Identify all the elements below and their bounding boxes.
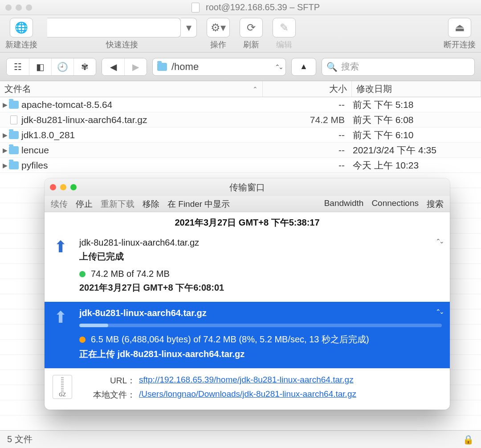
new-connection-button[interactable]: 🌐	[10, 18, 33, 37]
file-name: jdk1.8.0_281	[20, 130, 262, 140]
transfer-entry-done[interactable]: ⬆ jdk-8u281-linux-aarch64.tar.gz 上传已完成 7…	[45, 231, 450, 302]
transfer-status-line: 正在上传 jdk-8u281-linux-aarch64.tar.gz	[79, 348, 442, 360]
col-size[interactable]: 大小	[263, 81, 352, 97]
redownload-button[interactable]: 重新下载	[101, 198, 135, 210]
disclosure-triangle-icon[interactable]: ▶	[2, 147, 8, 154]
column-view-icon[interactable]: ◧	[29, 58, 51, 75]
refresh-label: 刷新	[243, 39, 259, 50]
file-size: --	[262, 160, 350, 171]
chevron-updown-icon[interactable]: ⌃⌄	[436, 238, 443, 245]
file-name: pyfiles	[20, 160, 262, 171]
status-dot-ok	[79, 271, 86, 277]
file-date: 今天 上午 10:23	[350, 159, 481, 172]
transfer-time: 2021年3月27日 GMT+8 下午6:08:01	[79, 282, 442, 294]
transfer-filename: jdk-8u281-linux-aarch64.tar.gz	[79, 238, 442, 248]
quick-connect-input[interactable]	[47, 18, 181, 37]
col-date[interactable]: 修改日期	[352, 81, 481, 97]
file-size: --	[262, 99, 350, 110]
folder-icon	[157, 63, 167, 71]
bonjour-icon[interactable]: ✾	[73, 58, 96, 75]
search-field[interactable]: 🔍 搜索	[322, 58, 475, 76]
upload-arrow-icon: ⬆	[52, 308, 69, 360]
transfer-entry-active[interactable]: ⬆ jdk-8u281-linux-aarch64.tar.gz 6.5 MB …	[45, 302, 450, 368]
reveal-button[interactable]: 在 Finder 中显示	[167, 198, 230, 210]
minimize-icon[interactable]	[60, 184, 66, 190]
nav-segment[interactable]: ◀ ▶	[102, 58, 147, 76]
actions-label: 操作	[210, 39, 226, 50]
quick-connect-dropdown[interactable]: ▾	[181, 18, 197, 37]
table-row[interactable]: jdk-8u281-linux-aarch64.tar.gz74.2 MB前天 …	[0, 112, 481, 127]
file-name: lencue	[20, 145, 262, 156]
chevron-updown-icon[interactable]: ⌃⌄	[436, 308, 443, 315]
file-name: jdk-8u281-linux-aarch64.tar.gz	[20, 115, 262, 125]
transfer-filename: jdk-8u281-linux-aarch64.tar.gz	[79, 308, 442, 318]
remove-button[interactable]: 移除	[143, 198, 159, 210]
transfer-window: 传输窗口 续传 停止 重新下载 移除 在 Finder 中显示 Bandwidt…	[45, 178, 450, 410]
transfer-details: GZ URL： sftp://192.168.65.39/home/jdk-8u…	[45, 368, 450, 410]
status-dot-progress	[79, 337, 86, 343]
nav-forward-icon[interactable]: ▶	[124, 58, 147, 75]
folder-icon	[8, 146, 20, 154]
chevron-updown-icon: ⌃⌄	[275, 63, 282, 70]
path-selector[interactable]: /home ⌃⌄	[152, 58, 286, 76]
upload-arrow-icon: ⬆	[52, 238, 69, 294]
quick-connect-label: 快速连接	[106, 39, 138, 50]
main-titlebar: root@192.168.65.39 – SFTP	[0, 0, 481, 15]
window-title: root@192.168.65.39 – SFTP	[206, 2, 320, 12]
history-icon[interactable]: 🕘	[51, 58, 73, 75]
table-row[interactable]: ▶lencue--2021/3/24 下午 4:35	[0, 143, 481, 158]
resume-button[interactable]: 续传	[51, 198, 68, 210]
file-date: 前天 下午 6:08	[350, 114, 481, 126]
transfer-search-button[interactable]: 搜索	[427, 198, 444, 210]
file-date: 前天 下午 5:18	[350, 99, 481, 111]
primary-toolbar: 🌐 新建连接 ▾ 快速连接 ⚙︎▾ 操作 ⟳ 刷新 ✎ 编辑 ⏏ 断开连接	[0, 15, 481, 53]
lock-icon: 🔒	[463, 434, 474, 445]
location-bar: ☷ ◧ 🕘 ✾ ◀ ▶ /home ⌃⌄ ▲ 🔍 搜索	[0, 53, 481, 81]
col-name[interactable]: 文件名 ⌃	[0, 81, 263, 97]
folder-icon	[8, 101, 20, 109]
disconnect-button[interactable]: ⏏	[448, 18, 471, 37]
gz-file-icon: GZ	[53, 375, 72, 399]
column-headers[interactable]: 文件名 ⌃ 大小 修改日期	[0, 81, 481, 97]
disclosure-triangle-icon[interactable]: ▶	[2, 162, 8, 169]
transfer-bytes: 6.5 MB (6,488,064 bytes) of 74.2 MB (8%,…	[91, 333, 369, 345]
transfer-titlebar[interactable]: 传输窗口	[45, 178, 450, 196]
actions-button[interactable]: ⚙︎▾	[207, 18, 230, 37]
nav-back-icon[interactable]: ◀	[102, 58, 124, 75]
outline-view-icon[interactable]: ☷	[7, 58, 29, 75]
file-name: apache-tomcat-8.5.64	[20, 99, 262, 110]
local-label: 本地文件：	[82, 389, 135, 401]
disclosure-triangle-icon[interactable]: ▶	[2, 132, 8, 139]
file-date: 前天 下午 6:10	[350, 129, 481, 141]
progress-bar	[79, 324, 442, 327]
edit-label: 编辑	[276, 39, 292, 50]
table-row[interactable]: ▶jdk1.8.0_281--前天 下午 6:10	[0, 127, 481, 143]
file-date: 2021/3/24 下午 4:35	[350, 144, 481, 156]
connections-button[interactable]: Connections	[371, 198, 419, 210]
file-size: 74.2 MB	[262, 115, 350, 125]
folder-icon	[8, 161, 20, 169]
refresh-button[interactable]: ⟳	[240, 18, 263, 37]
close-icon[interactable]	[50, 184, 56, 190]
url-link[interactable]: sftp://192.168.65.39/home/jdk-8u281-linu…	[139, 375, 354, 384]
status-bar: 5 文件 🔒	[0, 430, 481, 448]
stop-button[interactable]: 停止	[76, 198, 93, 210]
sort-indicator-icon: ⌃	[253, 86, 258, 93]
view-mode-segment[interactable]: ☷ ◧ 🕘 ✾	[6, 58, 96, 76]
disclosure-triangle-icon[interactable]: ▶	[2, 101, 8, 108]
zoom-icon[interactable]	[70, 184, 77, 190]
file-icon	[8, 115, 20, 124]
transfer-group-time: 2021年3月27日 GMT+8 下午5:38:17	[45, 212, 450, 231]
go-up-button[interactable]: ▲	[291, 58, 316, 76]
edit-button[interactable]: ✎	[273, 18, 296, 37]
search-placeholder: 搜索	[341, 61, 359, 73]
bandwidth-button[interactable]: Bandwidth	[324, 198, 364, 210]
table-row[interactable]: ▶apache-tomcat-8.5.64--前天 下午 5:18	[0, 97, 481, 112]
new-connection-label: 新建连接	[5, 39, 37, 50]
url-label: URL：	[82, 375, 135, 386]
file-size: --	[262, 130, 350, 140]
transfer-bytes: 74.2 MB of 74.2 MB	[91, 269, 170, 279]
table-row[interactable]: ▶pyfiles--今天 上午 10:23	[0, 158, 481, 173]
traffic-lights[interactable]	[5, 4, 32, 11]
local-link[interactable]: /Users/longnao/Downloads/jdk-8u281-linux…	[139, 389, 356, 399]
